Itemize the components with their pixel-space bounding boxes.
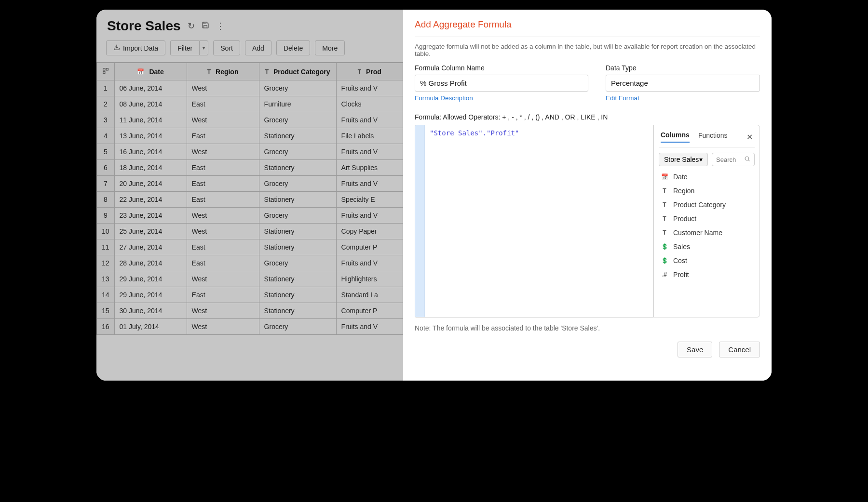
import-button[interactable]: Import Data <box>106 40 165 55</box>
save-button[interactable]: Save <box>678 342 712 357</box>
column-search[interactable] <box>712 153 755 166</box>
cell-date: 16 June, 2014 <box>114 144 187 160</box>
cell-category: Grocery <box>259 208 336 224</box>
table-select[interactable]: Store Sales ▾ <box>659 153 708 166</box>
formula-code[interactable]: "Store Sales"."Profit" <box>425 125 653 317</box>
cell-category: Grocery <box>259 144 336 160</box>
cell-region: West <box>187 303 259 319</box>
delete-button[interactable]: Delete <box>276 40 310 55</box>
tab-functions[interactable]: Functions <box>698 132 728 142</box>
col-corner[interactable] <box>97 63 115 80</box>
column-label: Cost <box>673 257 687 264</box>
cell-product: Standard La <box>336 287 403 303</box>
table-row[interactable]: 1025 June, 2014WestStationeryCopy Paper <box>97 224 403 239</box>
table-row[interactable]: 822 June, 2014EastStationerySpecialty E <box>97 192 403 208</box>
type-icon: T <box>661 201 668 208</box>
import-icon <box>113 44 120 52</box>
formula-name-input[interactable] <box>415 75 588 92</box>
column-item[interactable]: 📅Date <box>659 172 755 182</box>
table-row[interactable]: 1127 June, 2014EastStationeryComputer P <box>97 239 403 255</box>
sort-button[interactable]: Sort <box>213 40 240 55</box>
table-row[interactable]: 1228 June, 2014EastGroceryFruits and V <box>97 255 403 271</box>
panel-title: Add Aggregate Formula <box>415 19 760 30</box>
type-icon: T <box>661 187 668 194</box>
row-number: 13 <box>97 271 115 287</box>
more-menu-icon[interactable]: ⋮ <box>216 21 225 31</box>
filter-split: Filter <box>170 40 208 55</box>
data-type-select[interactable] <box>606 75 760 92</box>
col-region[interactable]: TRegion <box>187 63 259 80</box>
search-input[interactable] <box>716 156 742 163</box>
table-row[interactable]: 720 June, 2014EastGroceryFruits and V <box>97 176 403 192</box>
cell-date: 30 June, 2014 <box>114 303 187 319</box>
cancel-button[interactable]: Cancel <box>719 342 760 357</box>
table-row[interactable]: 1329 June, 2014WestStationeryHighlighter… <box>97 271 403 287</box>
cell-product: Fruits and V <box>336 144 403 160</box>
table-row[interactable]: 1429 June, 2014EastStationeryStandard La <box>97 287 403 303</box>
edit-format-link[interactable]: Edit Format <box>606 94 760 102</box>
cell-product: Art Supplies <box>336 160 403 176</box>
cell-product: Copy Paper <box>336 224 403 239</box>
cell-product: Fruits and V <box>336 319 403 335</box>
cell-category: Grocery <box>259 319 336 335</box>
data-table: 📅Date TRegion TProduct Category TProd 10… <box>96 63 403 335</box>
column-label: Product Category <box>673 201 726 209</box>
type-icon: T <box>661 229 668 236</box>
type-icon: 💲 <box>661 257 668 264</box>
columns-sidebar: Columns Functions ✕ Store Sales ▾ <box>654 125 760 317</box>
filter-button[interactable]: Filter <box>170 40 199 55</box>
formula-name-label: Formula Column Name <box>415 64 588 72</box>
cell-category: Stationery <box>259 303 336 319</box>
col-product[interactable]: TProd <box>336 63 403 80</box>
save-icon[interactable] <box>202 21 209 31</box>
cell-category: Stationery <box>259 128 336 144</box>
add-button[interactable]: Add <box>245 40 271 55</box>
column-item[interactable]: TProduct Category <box>659 200 755 210</box>
cell-category: Grocery <box>259 80 336 96</box>
table-row[interactable]: 618 June, 2014EastStationeryArt Supplies <box>97 160 403 176</box>
cell-category: Grocery <box>259 112 336 128</box>
column-item[interactable]: 💲Sales <box>659 242 755 251</box>
row-number: 3 <box>97 112 115 128</box>
table-row[interactable]: 516 June, 2014WestGroceryFruits and V <box>97 144 403 160</box>
close-sidebar-icon[interactable]: ✕ <box>746 132 753 142</box>
col-product-label: Prod <box>366 68 381 76</box>
type-icon: .# <box>661 271 668 278</box>
cell-date: 11 June, 2014 <box>114 112 187 128</box>
formula-editor[interactable]: "Store Sales"."Profit" <box>415 125 654 317</box>
tab-columns[interactable]: Columns <box>661 131 690 143</box>
row-number: 14 <box>97 287 115 303</box>
column-item[interactable]: TCustomer Name <box>659 228 755 238</box>
page-title: Store Sales <box>107 18 181 34</box>
refresh-icon[interactable]: ↻ <box>188 21 195 31</box>
table-row[interactable]: 106 June, 2014WestGroceryFruits and V <box>97 80 403 96</box>
form-row: Formula Column Name Formula Description … <box>415 64 760 102</box>
column-item[interactable]: TProduct <box>659 214 755 224</box>
more-button[interactable]: More <box>315 40 345 55</box>
cell-product: Computer P <box>336 303 403 319</box>
cell-date: 18 June, 2014 <box>114 160 187 176</box>
column-item[interactable]: TRegion <box>659 186 755 196</box>
column-item[interactable]: 💲Cost <box>659 256 755 265</box>
table-row[interactable]: 923 June, 2014WestGroceryFruits and V <box>97 208 403 224</box>
table-row[interactable]: 208 June, 2014EastFurnitureClocks <box>97 96 403 112</box>
filter-dropdown-icon[interactable] <box>199 40 208 55</box>
cell-date: 29 June, 2014 <box>114 271 187 287</box>
table-row[interactable]: 1601 July, 2014WestGroceryFruits and V <box>97 319 403 335</box>
column-label: Product <box>673 215 696 223</box>
panel-desc: Aggregate formula will not be added as a… <box>415 43 760 57</box>
column-item[interactable]: .#Profit <box>659 270 755 279</box>
col-category[interactable]: TProduct Category <box>259 63 336 80</box>
column-label: Profit <box>673 271 689 278</box>
table-row[interactable]: 413 June, 2014EastStationeryFile Labels <box>97 128 403 144</box>
formula-description-link[interactable]: Formula Description <box>415 94 588 102</box>
col-date[interactable]: 📅Date <box>114 63 187 80</box>
title-row: Store Sales ↻ ⋮ <box>96 10 403 39</box>
table-row[interactable]: 311 June, 2014WestGroceryFruits and V <box>97 112 403 128</box>
cell-product: Fruits and V <box>336 112 403 128</box>
table-row[interactable]: 1530 June, 2014WestStationeryComputer P <box>97 303 403 319</box>
svg-line-5 <box>748 160 749 161</box>
cell-date: 25 June, 2014 <box>114 224 187 239</box>
cell-category: Stationery <box>259 224 336 239</box>
cell-date: 13 June, 2014 <box>114 128 187 144</box>
